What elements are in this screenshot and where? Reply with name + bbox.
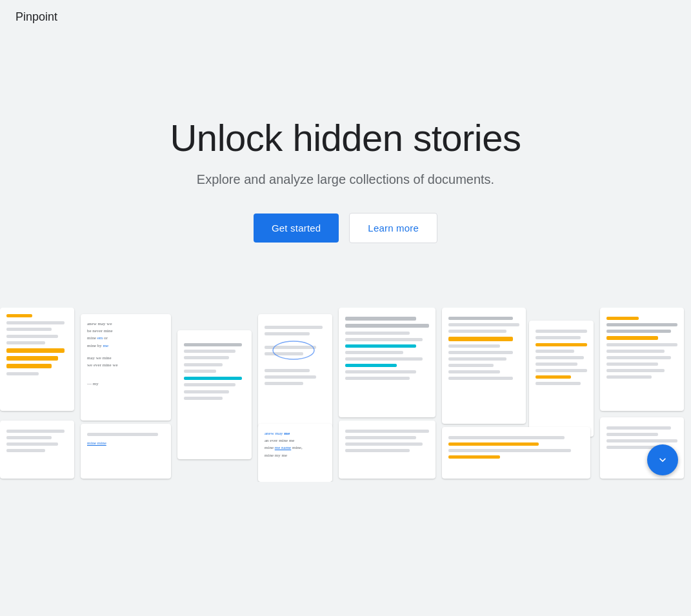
learn-more-button[interactable]: Learn more	[349, 213, 437, 243]
doc-card-9	[0, 421, 74, 479]
doc-card-2: anew may we be never mine mine em or min…	[81, 314, 171, 421]
doc-card-7	[529, 321, 594, 437]
doc-card-10: mine mine	[81, 424, 171, 479]
doc-card-6	[442, 308, 526, 424]
chevron-down-icon	[656, 453, 669, 466]
docs-grid: anew may we be never mine mine em or min…	[0, 308, 691, 482]
doc-card-5	[339, 308, 436, 417]
svg-point-0	[273, 341, 314, 359]
doc-card-8	[600, 308, 684, 411]
header: Pinpoint	[0, 0, 73, 34]
doc-card-3	[177, 330, 252, 459]
main-content: Unlock hidden stories Explore and analyz…	[0, 0, 691, 482]
hero-subtitle: Explore and analyze large collections of…	[197, 172, 494, 187]
app-logo: Pinpoint	[15, 10, 57, 23]
doc-card-4	[258, 314, 332, 427]
hero-actions: Get started Learn more	[254, 213, 437, 243]
doc-card-11: anew may me an ever mine me mine me name…	[258, 424, 332, 482]
doc-card-13	[442, 427, 590, 479]
doc-card-12	[339, 421, 436, 479]
scroll-down-button[interactable]	[647, 444, 678, 475]
document-thumbnails-area: anew may we be never mine mine em or min…	[0, 308, 691, 482]
get-started-button[interactable]: Get started	[254, 214, 339, 243]
hero-title: Unlock hidden stories	[170, 116, 521, 159]
doc-card-1	[0, 308, 74, 411]
hero-section: Unlock hidden stories Explore and analyz…	[0, 0, 691, 282]
